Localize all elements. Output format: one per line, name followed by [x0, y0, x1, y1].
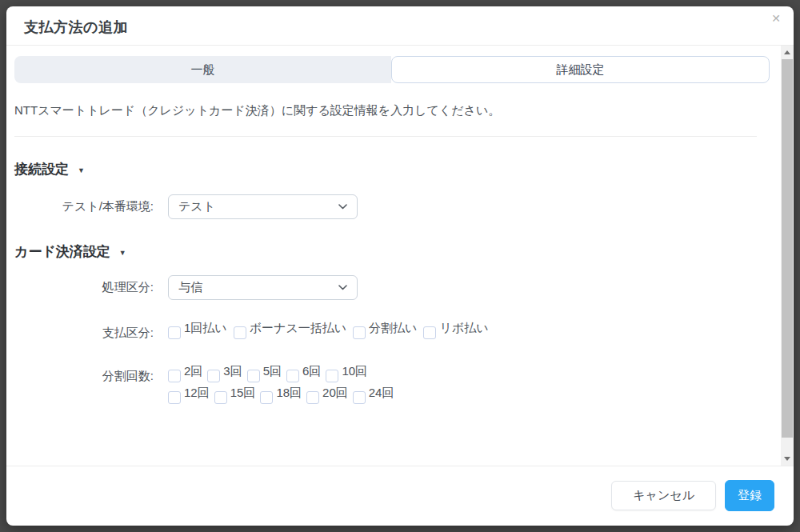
processing-label: 処理区分:	[14, 275, 154, 295]
checkbox-label: 3回	[223, 364, 242, 379]
checkbox-label: 1回払い	[184, 321, 227, 336]
scroll-up-button[interactable]	[781, 46, 794, 59]
checkbox-label: ボーナス一括払い	[250, 321, 346, 336]
checkbox-2times[interactable]	[168, 370, 181, 382]
scroll-up-icon	[784, 50, 790, 54]
checkbox-5times[interactable]	[247, 370, 260, 382]
test-env-select[interactable]: テスト	[168, 194, 358, 219]
close-icon[interactable]: ✕	[771, 13, 781, 24]
checkbox-6times[interactable]	[286, 370, 299, 382]
checkbox-revolving[interactable]	[423, 326, 436, 339]
checkbox-label: 10回	[342, 364, 367, 379]
checkbox-15times[interactable]	[214, 391, 227, 404]
checkbox-item-installment[interactable]: 分割払い	[353, 321, 417, 339]
checkbox-item-single-payment[interactable]: 1回払い	[168, 321, 227, 339]
test-env-selected-value: テスト	[178, 199, 215, 214]
processing-selected-value: 与信	[178, 280, 202, 295]
checkbox-item-5times[interactable]: 5回	[247, 364, 282, 382]
processing-type-select[interactable]: 与信	[168, 275, 358, 300]
chevron-down-icon	[338, 285, 347, 290]
checkbox-label: 6回	[302, 364, 321, 379]
installments-label: 分割回数:	[14, 364, 154, 384]
card-settings-heading[interactable]: カード決済設定 ▼	[14, 242, 757, 261]
payment-type-row: 支払区分: 1回払い ボーナス一括払い 分割払い	[14, 321, 757, 341]
checkbox-label: 12回	[184, 386, 210, 401]
checkbox-10times[interactable]	[326, 370, 338, 382]
tab-advanced-settings[interactable]: 詳細設定	[391, 56, 770, 83]
checkbox-label: 20回	[322, 386, 348, 401]
caret-down-icon: ▼	[119, 249, 126, 257]
installments-row-1: 2回 3回 5回 6回	[168, 364, 398, 382]
caret-down-icon: ▼	[78, 166, 85, 174]
checkbox-single-payment[interactable]	[168, 326, 181, 339]
checkbox-label: 24回	[369, 386, 394, 401]
checkbox-item-20times[interactable]: 20回	[306, 386, 348, 404]
checkbox-installment[interactable]	[353, 326, 366, 339]
checkbox-item-12times[interactable]: 12回	[168, 386, 210, 404]
dialog-scroll-content: 一般 詳細設定 NTTスマートトレード（クレジットカード決済）に関する設定情報を…	[6, 56, 794, 404]
checkbox-label: 分割払い	[369, 321, 417, 336]
dialog-body: 一般 詳細設定 NTTスマートトレード（クレジットカード決済）に関する設定情報を…	[6, 46, 794, 466]
connection-settings-heading[interactable]: 接続設定 ▼	[14, 160, 757, 178]
card-settings-title: カード決済設定	[14, 242, 110, 261]
checkbox-item-3times[interactable]: 3回	[207, 364, 242, 382]
scroll-down-button[interactable]	[781, 452, 794, 466]
tab-general[interactable]: 一般	[14, 56, 391, 83]
submit-button[interactable]: 登録	[725, 480, 774, 511]
env-label: テスト/本番環境:	[14, 194, 154, 214]
checkbox-12times[interactable]	[168, 391, 181, 404]
env-row: テスト/本番環境: テスト	[14, 194, 757, 219]
checkbox-item-6times[interactable]: 6回	[286, 364, 321, 382]
payment-type-label: 支払区分:	[14, 321, 154, 341]
processing-row: 処理区分: 与信	[14, 275, 757, 300]
checkbox-item-10times[interactable]: 10回	[326, 364, 367, 382]
checkbox-18times[interactable]	[260, 391, 273, 404]
installments-options: 2回 3回 5回 6回	[168, 364, 398, 404]
checkbox-label: 15回	[230, 386, 256, 401]
tab-bar: 一般 詳細設定	[14, 56, 770, 83]
cancel-button[interactable]: キャンセル	[611, 481, 716, 510]
installments-row: 分割回数: 2回 3回 5回	[14, 364, 757, 404]
checkbox-20times[interactable]	[306, 391, 319, 404]
checkbox-label: 18回	[276, 386, 302, 401]
add-payment-method-dialog: 支払方法の追加 ✕ 一般 詳細設定 NTTスマートトレード（クレジットカード決済…	[6, 6, 794, 526]
scroll-down-icon	[784, 457, 790, 461]
checkbox-item-2times[interactable]: 2回	[168, 364, 202, 382]
checkbox-label: リボ払い	[439, 321, 488, 336]
dialog-footer: キャンセル 登録	[6, 466, 794, 524]
checkbox-item-15times[interactable]: 15回	[214, 386, 256, 404]
checkbox-bonus-lump-sum[interactable]	[234, 326, 246, 339]
installments-row-2: 12回 15回 18回 20回	[168, 386, 398, 404]
checkbox-label: 5回	[263, 364, 282, 379]
checkbox-item-bonus-lump-sum[interactable]: ボーナス一括払い	[234, 321, 346, 339]
connection-settings-title: 接続設定	[14, 160, 69, 178]
checkbox-label: 2回	[184, 364, 202, 379]
checkbox-item-18times[interactable]: 18回	[260, 386, 302, 404]
checkbox-3times[interactable]	[207, 370, 220, 382]
settings-description: NTTスマートトレード（クレジットカード決済）に関する設定情報を入力してください…	[14, 103, 757, 118]
checkbox-item-24times[interactable]: 24回	[353, 386, 394, 404]
checkbox-24times[interactable]	[353, 391, 366, 404]
chevron-down-icon	[338, 204, 347, 210]
payment-type-options: 1回払い ボーナス一括払い 分割払い リボ払い	[168, 321, 495, 339]
vertical-scrollbar[interactable]	[781, 46, 794, 466]
checkbox-item-revolving[interactable]: リボ払い	[423, 321, 488, 339]
dialog-header: 支払方法の追加 ✕	[6, 6, 794, 46]
section-divider	[14, 136, 757, 137]
scrollbar-thumb[interactable]	[782, 59, 793, 438]
dialog-title: 支払方法の追加	[24, 18, 128, 37]
